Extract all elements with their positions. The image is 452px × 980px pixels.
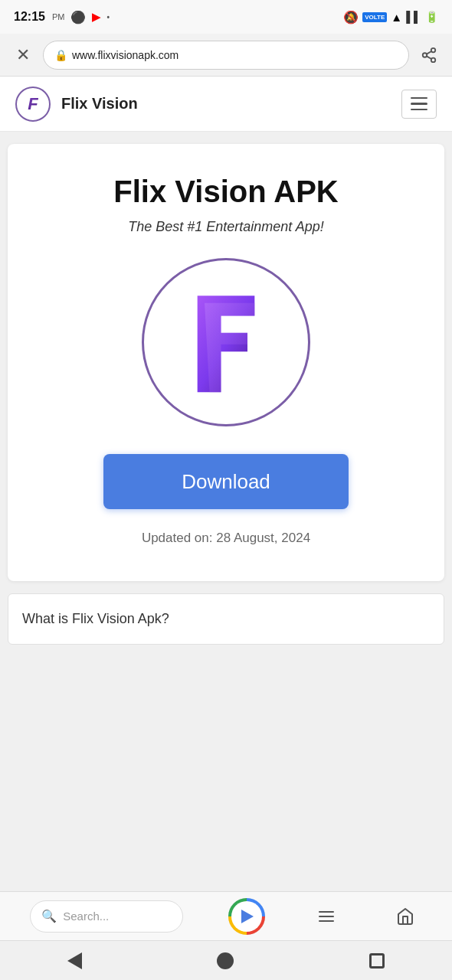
- battery-icon: 🔋: [425, 11, 438, 23]
- browser-close-button[interactable]: ✕: [11, 43, 35, 67]
- site-name: Flix Vision: [61, 95, 138, 113]
- browser-url-bar[interactable]: 🔒 www.flixvisionapk.com: [43, 41, 409, 70]
- volte-badge: VOLTE: [362, 12, 387, 22]
- browser-toolbar: ✕ 🔒 www.flixvisionapk.com: [0, 34, 452, 77]
- hamburger-menu-button[interactable]: [401, 90, 437, 119]
- search-icon: 🔍: [41, 909, 57, 923]
- notification-dot: •: [106, 13, 110, 21]
- search-pill[interactable]: 🔍 Search...: [30, 900, 183, 933]
- download-button[interactable]: Download: [103, 454, 349, 509]
- faq-question-text: What is Flix Vision Apk?: [22, 611, 430, 627]
- main-content-card: Flix Vision APK The Best #1 Entertainmen…: [8, 144, 444, 581]
- google-play-button[interactable]: [228, 898, 265, 935]
- site-logo: F: [15, 87, 51, 122]
- status-bar-right: 🔕 VOLTE ▲ ▌▌ 🔋: [343, 10, 438, 24]
- home-icon: [396, 907, 414, 926]
- share-icon: [421, 47, 437, 64]
- app-subtitle: The Best #1 Entertainment App!: [128, 219, 323, 235]
- svg-line-3: [427, 56, 431, 59]
- status-time: 12:15: [14, 10, 45, 24]
- status-time-suffix: PM: [52, 12, 65, 21]
- site-logo-letter: F: [28, 94, 38, 114]
- browser-share-button[interactable]: [417, 43, 441, 67]
- tabs-icon: [317, 907, 336, 926]
- nav-recent-button[interactable]: [369, 953, 385, 969]
- ssl-lock-icon: 🔒: [54, 49, 67, 61]
- youtube-icon: ▶: [92, 11, 100, 23]
- tabs-button[interactable]: [310, 900, 343, 933]
- status-bar: 12:15 PM ⚫ ▶ • 🔕 VOLTE ▲ ▌▌ 🔋: [0, 0, 452, 34]
- nav-back-button[interactable]: [67, 952, 82, 969]
- wifi-icon: ▲: [391, 11, 402, 24]
- home-button[interactable]: [388, 900, 422, 933]
- android-nav-bar: [0, 940, 452, 980]
- hamburger-line-3: [411, 109, 427, 111]
- hamburger-line-1: [411, 97, 427, 100]
- signal-bar-icon: ▌▌: [406, 11, 421, 23]
- site-header: F Flix Vision: [0, 77, 452, 132]
- download-button-label: Download: [182, 470, 270, 494]
- play-triangle-icon: [241, 910, 254, 923]
- app-logo-container: [142, 258, 310, 426]
- url-text: www.flixvisionapk.com: [72, 49, 179, 61]
- bell-muted-icon: 🔕: [343, 10, 359, 24]
- svg-line-4: [427, 51, 431, 54]
- app-logo-svg: [176, 289, 276, 396]
- nav-home-button[interactable]: [217, 952, 234, 969]
- update-date-text: Updated on: 28 August, 2024: [142, 531, 310, 546]
- sim-icon: ⚫: [70, 10, 86, 24]
- browser-bottom-bar: 🔍 Search...: [0, 891, 452, 940]
- hamburger-line-2: [411, 103, 427, 105]
- search-placeholder: Search...: [63, 910, 109, 923]
- faq-section[interactable]: What is Flix Vision Apk?: [8, 593, 444, 645]
- spacer: [0, 652, 452, 891]
- status-bar-left: 12:15 PM ⚫ ▶ •: [14, 10, 110, 24]
- app-title: Flix Vision APK: [113, 175, 338, 208]
